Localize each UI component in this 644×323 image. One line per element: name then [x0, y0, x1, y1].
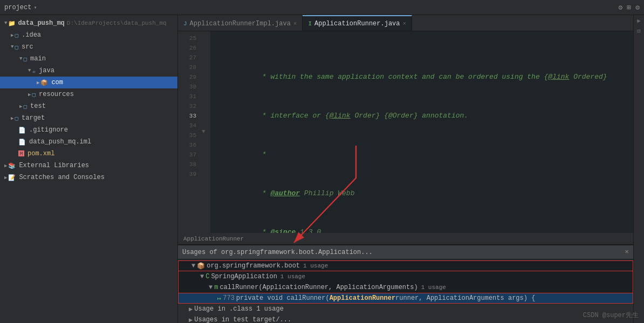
scratches-icon: 📝 — [8, 174, 16, 181]
comment-text: * — [258, 150, 266, 159]
usage-prefix: private void callRunner( — [236, 294, 330, 302]
config-icon[interactable]: ⚙ — [635, 3, 640, 12]
java-file-icon: J — [183, 20, 187, 27]
package-icon: 📦 — [40, 79, 48, 86]
line-num-38: 38 — [178, 160, 201, 169]
tab-impl-close[interactable]: × — [293, 20, 297, 27]
author-val: Phillip Webb — [300, 189, 354, 197]
comment-text: * — [258, 228, 270, 233]
sidebar-item-resources[interactable]: ▶ ▢ resources — [0, 88, 177, 100]
usage-item-highlighted[interactable]: ↦ 773 private void callRunner(Applicatio… — [178, 293, 633, 304]
right-toolbar: ▶ ⊟ — [633, 15, 644, 323]
sidebar-item-src[interactable]: ▼ ▢ src — [0, 41, 177, 53]
sidebar-item-com[interactable]: ▶ 📦 com — [0, 77, 177, 88]
method-count: 1 usage — [421, 284, 446, 291]
line-numbers: 25 26 27 28 29 30 31 32 33 34 35 36 37 3… — [178, 31, 201, 233]
comment-text: * interface or — [258, 112, 325, 120]
arrow-icon: ▶ — [4, 175, 7, 181]
root-path: D:\IdeaProjects\data_push_mq — [67, 20, 167, 26]
tab-iface-close[interactable]: × — [403, 20, 407, 27]
since-val: 1.3.0 — [296, 228, 321, 233]
idea-label: .idea — [22, 31, 41, 39]
folder-icon: ▢ — [15, 32, 18, 39]
bottom-panel-close[interactable]: × — [625, 248, 629, 256]
class-label: SpringApplication — [211, 273, 277, 280]
code-content[interactable]: * within the same application context an… — [210, 31, 633, 233]
arrow-icon: ▼ — [4, 20, 7, 26]
sidebar-item-java[interactable]: ▼ ☕ java — [0, 65, 177, 77]
code-editor[interactable]: 25 26 27 28 29 30 31 32 33 34 35 36 37 3… — [178, 31, 633, 233]
comment-text: annotation. — [418, 112, 469, 120]
line-num-36: 36 — [178, 140, 201, 150]
layout-icon[interactable]: ⊞ — [627, 3, 631, 12]
tree-arrow-icon: ▼ — [200, 273, 204, 280]
main-layout: ▼ 📁 data_push_mq D:\IdeaProjects\data_pu… — [0, 15, 644, 323]
line-num-26: 26 — [178, 43, 201, 53]
usage-line-num: 773 — [223, 294, 235, 302]
usage-item-class-footer[interactable]: ▶ Usage in .class 1 usage — [178, 304, 633, 314]
test-footer-label: Usages in test target/... — [194, 316, 291, 323]
sidebar-item-extlibs[interactable]: ▶ 📚 External Libraries — [0, 160, 177, 171]
arrow-icon: ▶ — [11, 115, 13, 121]
line-marker: ↦ — [217, 294, 221, 303]
tree-arrow-icon: ▶ — [189, 316, 193, 324]
sidebar-item-gitignore[interactable]: 📄 .gitignore — [0, 124, 177, 136]
title-chevron: ▾ — [33, 4, 37, 11]
sidebar-item-scratches[interactable]: ▶ 📝 Scratches and Consoles — [0, 171, 177, 183]
comment-text: * — [258, 189, 270, 197]
usage-suffix: runner, ApplicationArguments args) { — [395, 294, 535, 302]
right-icon-1[interactable]: ▶ — [637, 17, 641, 24]
usage-item-method[interactable]: ▼ m callRunner(ApplicationRunner, Applic… — [178, 282, 633, 293]
line-num-28: 28 — [178, 63, 201, 72]
iml-icon: 📄 — [18, 139, 26, 146]
comment-text — [380, 112, 384, 120]
line-num-39: 39 — [178, 169, 201, 179]
line-num-30: 30 — [178, 82, 201, 92]
arrow-icon: ▶ — [19, 104, 22, 109]
gitignore-icon: 📄 — [18, 127, 26, 134]
sidebar-item-pom[interactable]: 🅼 pom.xml — [0, 148, 177, 160]
line-num-33: 33 — [178, 111, 201, 121]
link-text-3: {@Order} — [384, 112, 417, 120]
pkg-icon: 📦 — [197, 262, 205, 270]
resources-label: resources — [39, 91, 74, 98]
fold-icon-35[interactable]: ▼ — [202, 128, 205, 135]
author-tag: @author — [270, 189, 300, 197]
extlibs-label: External Libraries — [19, 162, 89, 169]
code-line-26: * interface or {@link Order} {@Order} an… — [216, 101, 633, 111]
sidebar-item-test[interactable]: ▶ ▢ test — [0, 100, 177, 112]
tree-arrow-icon: ▶ — [189, 305, 193, 313]
tab-impl[interactable]: J ApplicationRunnerImpl.java × — [178, 15, 303, 31]
since-tag: @since — [270, 228, 296, 233]
sidebar-item-root[interactable]: ▼ 📁 data_push_mq D:\IdeaProjects\data_pu… — [0, 17, 177, 29]
java-label: java — [39, 67, 54, 74]
usage-item-test-footer[interactable]: ▶ Usages in test target/... — [178, 314, 633, 323]
line-num-34: 34 — [178, 121, 201, 130]
sidebar-item-iml[interactable]: 📄 data_push_mq.iml — [0, 136, 177, 148]
pkg-label: org.springframework.boot — [207, 262, 300, 270]
test-label: test — [30, 102, 46, 110]
code-line-29: * @since 1.3.0 — [216, 218, 633, 228]
code-line-27: * — [216, 140, 633, 150]
title-bar-actions: ⚙ ⊞ ⚙ — [619, 3, 640, 12]
cls-icon: C — [205, 273, 209, 280]
title-bar: project ▾ ⚙ ⊞ ⚙ — [0, 0, 644, 15]
folder-icon: ▢ — [23, 103, 27, 110]
folder-icon: ▢ — [23, 56, 27, 63]
sidebar-item-main[interactable]: ▼ ▢ main — [0, 53, 177, 65]
line-num-35: 35 — [178, 130, 201, 140]
usage-item-pkg[interactable]: ▼ 📦 org.springframework.boot 1 usage — [178, 260, 633, 271]
arrow-icon: ▶ — [11, 32, 13, 38]
usage-item-class[interactable]: ▼ C SpringApplication 1 usage — [178, 271, 633, 282]
project-label[interactable]: project — [4, 4, 31, 11]
sidebar-item-target[interactable]: ▶ ▢ target — [0, 112, 177, 124]
arrow-icon: ▶ — [37, 80, 39, 86]
right-icon-2[interactable]: ⊟ — [637, 28, 641, 35]
tab-iface[interactable]: I ApplicationRunner.java × — [303, 15, 412, 31]
usage-highlight: ApplicationRunner — [330, 294, 395, 302]
bottom-panel-header: Usages of org.springframework.boot.Appli… — [178, 245, 633, 259]
scratches-label: Scratches and Consoles — [19, 174, 104, 181]
settings-icon[interactable]: ⚙ — [619, 3, 623, 12]
line-num-27: 27 — [178, 53, 201, 63]
sidebar-item-idea[interactable]: ▶ ▢ .idea — [0, 29, 177, 41]
